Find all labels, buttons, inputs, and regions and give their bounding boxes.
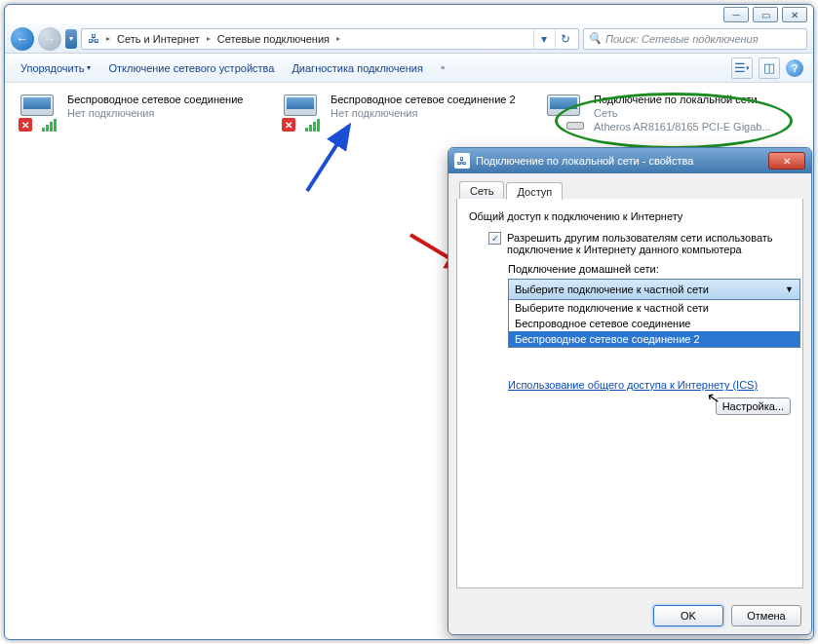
network-icon: 🖧	[86, 31, 101, 47]
cancel-button[interactable]: Отмена	[731, 605, 801, 626]
breadcrumb-segment[interactable]: Сеть и Интернет	[115, 33, 202, 45]
search-input[interactable]: 🔍 Поиск: Сетевые подключения	[583, 28, 807, 50]
search-icon: 🔍	[588, 32, 602, 45]
ics-help-link[interactable]: Использование общего доступа к Интернету…	[508, 378, 791, 392]
wifi-icon: ✕	[278, 93, 325, 132]
connection-item-wifi-1[interactable]: ✕ Беспроводное сетевое соединение Нет по…	[13, 91, 266, 135]
toolbar-overflow[interactable]: »	[435, 59, 450, 76]
refresh-button[interactable]: ↻	[555, 29, 574, 49]
wifi-icon: ✕	[15, 93, 61, 132]
dialog-title: Подключение по локальной сети - свойства	[476, 155, 693, 167]
breadcrumb-segment[interactable]: Сетевые подключения	[215, 33, 331, 45]
group-title: Общий доступ к подключению к Интернету	[469, 210, 791, 222]
address-bar[interactable]: 🖧 ▸ Сеть и Интернет ▸ Сетевые подключени…	[81, 28, 579, 50]
share-connection-checkbox[interactable]	[488, 232, 501, 245]
dialog-close-button[interactable]: ✕	[768, 152, 805, 170]
view-options-button[interactable]: ☰▾	[731, 57, 753, 79]
home-network-label: Подключение домашней сети:	[508, 263, 791, 275]
home-network-combo[interactable]: Выберите подключение к частной сети ▼	[508, 279, 800, 300]
help-button[interactable]: ?	[786, 59, 803, 77]
address-dropdown[interactable]: ▾	[533, 29, 553, 49]
chevron-down-icon: ▼	[785, 284, 794, 294]
allow-control-checkbox[interactable]	[488, 301, 501, 314]
connection-item-wifi-2[interactable]: ✕ Беспроводное сетевое соединение 2 Нет …	[276, 91, 529, 135]
maximize-button[interactable]: ▭	[753, 7, 778, 22]
close-button[interactable]: ✕	[782, 7, 807, 22]
connection-item-lan[interactable]: Подключение по локальной сети Сеть Ather…	[539, 91, 793, 135]
disable-device-button[interactable]: Отключение сетевого устройства	[102, 58, 280, 78]
nav-forward-button[interactable]: →	[38, 27, 61, 51]
nav-history-dropdown[interactable]: ▾	[65, 29, 77, 49]
share-connection-label: Разрешить другим пользователям сети испо…	[507, 232, 790, 255]
nav-back-button[interactable]: ←	[11, 27, 34, 51]
preview-pane-button[interactable]: ◫	[759, 57, 780, 79]
properties-dialog: 🖧 Подключение по локальной сети - свойст…	[448, 147, 812, 635]
minimize-button[interactable]: ─	[723, 7, 749, 22]
diagnose-button[interactable]: Диагностика подключения	[286, 58, 428, 78]
tab-network[interactable]: Сеть	[459, 181, 504, 199]
ok-button[interactable]: OK	[653, 605, 723, 626]
organize-menu[interactable]: Упорядочить▾	[15, 58, 97, 78]
settings-button[interactable]: Настройка...	[716, 398, 791, 415]
tab-access[interactable]: Доступ	[506, 182, 563, 200]
dialog-icon: 🖧	[454, 153, 470, 169]
lan-icon	[541, 93, 588, 132]
combo-option[interactable]: Выберите подключение к частной сети	[509, 300, 799, 316]
